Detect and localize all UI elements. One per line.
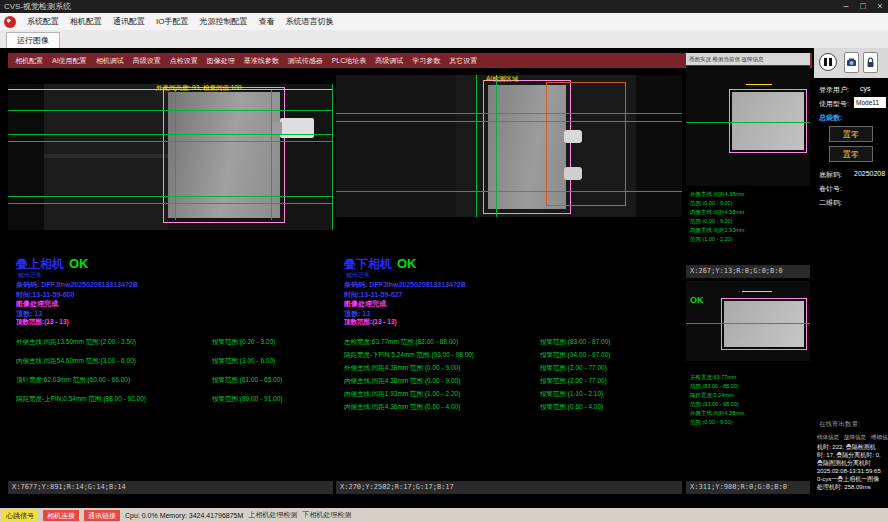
measurement-text: 内侧主线:间距54.60mm 范围:(3.00 - 6.00) xyxy=(16,357,212,366)
menu-system-config[interactable]: 系统配置 xyxy=(27,16,59,27)
overlay-line-green xyxy=(336,113,682,114)
menu-io-config[interactable]: IO手配置 xyxy=(156,16,188,27)
pause-icon xyxy=(824,58,827,66)
menu-view[interactable]: 查看 xyxy=(258,16,274,27)
heartbeat-indicator: 心跳信号 xyxy=(2,510,38,521)
measure-line: 隔距宽度:5.24mm xyxy=(690,391,744,400)
tool-camera-debug[interactable]: 相机调试 xyxy=(96,56,124,66)
tool-plc-address-table[interactable]: PLC地址表 xyxy=(332,56,367,66)
alarm-range-text: 报警范围:(89.00 - 91.00) xyxy=(212,395,346,404)
tool-baseline-params[interactable]: 基准线参数 xyxy=(244,56,279,66)
console-tab-fault-info[interactable]: 故障信息 xyxy=(844,434,866,441)
overlay-line-green xyxy=(476,75,477,217)
tool-spot-check[interactable]: 点检设置 xyxy=(170,56,198,66)
overlay-line-green xyxy=(8,110,333,111)
pixel-coordinate-bar: X:270;Y:2502;R:17;G:17;B:17 xyxy=(336,481,682,494)
measure-line: 范围:(93.00 - 98.00) xyxy=(690,400,744,409)
console-tabs: 线体信息 故障信息 维细信息 xyxy=(817,434,887,441)
sidebar-button-bar xyxy=(814,48,888,78)
overlay-line-green xyxy=(496,75,497,217)
alarm-range-text: 报警范围:(0.20 - 3.20) xyxy=(212,338,346,347)
measure-line: 范围:(1.00 - 2.20) xyxy=(690,235,744,244)
measurement-text: 内侧主线:间距4.38mm 范围:(0.00 - 9.00) xyxy=(344,377,540,386)
menu-language-switch[interactable]: 系统语言切换 xyxy=(285,16,333,27)
process-done-text: 图像处理完成 xyxy=(344,299,386,309)
tool-advanced-debug[interactable]: 高级调试 xyxy=(375,56,403,66)
model-select[interactable]: Mode11 xyxy=(854,97,886,108)
alarm-range-text: 报警范围:(3.00 - 6.00) xyxy=(212,357,346,366)
overlay-line-green xyxy=(336,191,682,192)
measure-line: 外侧主线:间距4.38mm xyxy=(690,190,744,199)
camera-tool-button[interactable] xyxy=(844,52,859,73)
lock-tool-button[interactable] xyxy=(863,52,878,73)
tool-test-sensor[interactable]: 测试传感器 xyxy=(288,56,323,66)
measurement-text: 左检宽度:63.77mm 范围:(82.00 - 88.00) xyxy=(344,338,540,347)
close-button[interactable]: × xyxy=(872,0,888,13)
tool-other-settings[interactable]: 其它设置 xyxy=(449,56,477,66)
measurement-text: 外侧主线:间距4.38mm 范围:(0.00 - 9.00) xyxy=(344,364,540,373)
tool-image-processing[interactable]: 图像处理 xyxy=(207,56,235,66)
preview-panel-top: 外侧主线:间距4.38mm 范围:(0.00 - 9.00) 内侧主线:间距4.… xyxy=(686,66,810,278)
menu-light-control-config[interactable]: 光源控制配置 xyxy=(199,16,247,27)
overlay-line-green xyxy=(175,90,176,220)
menu-camera-config[interactable]: 相机配置 xyxy=(70,16,102,27)
measure-line: 左检宽度:63.77mm xyxy=(690,373,744,382)
bottom-camera-process-status: 下相机处理检测 xyxy=(302,510,351,520)
overlay-line-yellow xyxy=(742,291,772,292)
top-camera-process-status: 上相机处理检测 xyxy=(248,510,297,520)
alarm-range-text: 报警范围:(94.00 - 97.00) xyxy=(540,351,674,360)
title-bar: CVS-视觉检测系统 – □ × xyxy=(0,0,888,13)
camera-link-indicator: 相机连接 xyxy=(43,510,79,521)
measure-line: 外侧主线:间距4.38mm xyxy=(690,409,744,418)
overlay-line-green xyxy=(686,122,810,123)
console-tab-maintain-info[interactable]: 维细信息 xyxy=(871,434,888,441)
right-column-caption: 画面实况 检测当前值 故障信息 xyxy=(686,53,810,65)
alarm-range-text: 报警范围:(61.00 - 65.00) xyxy=(212,376,346,385)
console-log-line: 叠隔图测机分离机时 xyxy=(817,459,887,467)
tool-learning-params[interactable]: 学习参数 xyxy=(412,56,440,66)
overlay-line-green xyxy=(332,84,333,230)
measure-line: 内侧主线:间距1.93mm xyxy=(690,226,744,235)
preview-image-top xyxy=(686,66,810,186)
console-tab-line-info[interactable]: 线体信息 xyxy=(817,434,839,441)
connector-part xyxy=(272,122,282,134)
overlay-line-green xyxy=(8,134,333,135)
measure-line: 范围:(0.00 - 9.00) xyxy=(690,217,744,226)
login-user-value: cys xyxy=(860,85,871,92)
measurement-row: 内侧主线:间距54.60mm 范围:(3.00 - 6.00) 报警范围:(3.… xyxy=(16,357,346,376)
result-ok-badge: OK xyxy=(690,295,704,305)
batch-code-label: 底标码: xyxy=(819,170,842,180)
measure-lines: 外侧主线:间距4.38mm 范围:(0.00 - 9.00) 内侧主线:间距4.… xyxy=(690,190,744,244)
reset-counter-button-1[interactable]: 置零 xyxy=(829,126,873,142)
image-region xyxy=(8,84,44,230)
pixel-coordinate-bar: X:311;Y:980;R:0;G:0;B:0 xyxy=(686,481,810,494)
app-logo-icon xyxy=(4,16,16,28)
tab-run-image[interactable]: 运行图像 xyxy=(6,32,60,48)
tool-camera-config[interactable]: 相机配置 xyxy=(15,56,43,66)
menu-comm-config[interactable]: 通讯配置 xyxy=(113,16,145,27)
pause-button[interactable] xyxy=(819,53,837,71)
minimize-button[interactable]: – xyxy=(838,0,854,13)
pause-icon xyxy=(829,58,832,66)
result-ok-badge: OK xyxy=(69,256,89,271)
camera-icon xyxy=(846,56,857,69)
tool-ai-config[interactable]: AI使用配置 xyxy=(52,56,87,66)
camera-image-bottom: AI检测区域 xyxy=(336,75,682,217)
needle-number-label: 卷针号: xyxy=(819,184,842,194)
connector-part xyxy=(280,118,314,138)
tool-advanced-settings[interactable]: 高级设置 xyxy=(133,56,161,66)
measurement-text: 内侧主线:间距4.36mm 范围:(0.60 - 4.00) xyxy=(344,403,540,412)
measurement-row: 隔距宽度-下PIN:5.24mm 范围:(93.00 - 98.00) 报警范围… xyxy=(344,351,674,364)
total-count-label: 总袋数: xyxy=(819,113,842,123)
measurement-row: 隔距宽度-上PIN:0.54mm 范围:(88.00 - 92.00) 报警范围… xyxy=(16,395,346,414)
count-range-text: 顶数范围:(13 - 13) xyxy=(16,318,69,327)
ai-roi-label: AI检测区域 xyxy=(486,75,518,84)
console-log-line: 机时: 222, 叠隔检测机 xyxy=(817,443,887,451)
pixel-coordinate-bar: X:267;Y:13;R:0;G:0;B:0 xyxy=(686,265,810,278)
alarm-range-text: 报警范围:(2.00 - 77.00) xyxy=(540,377,674,386)
reset-counter-button-2[interactable]: 置零 xyxy=(829,146,873,162)
maximize-button[interactable]: □ xyxy=(855,0,871,13)
console-log: 机时: 222, 叠隔检测机 时: 17, 叠隔分离机时: 0, 叠隔图测机分离… xyxy=(817,443,887,491)
alarm-range-text: 报警范围:(0.60 - 4.00) xyxy=(540,403,674,412)
count-range-text: 顶数范围:(13 - 13) xyxy=(344,318,397,327)
